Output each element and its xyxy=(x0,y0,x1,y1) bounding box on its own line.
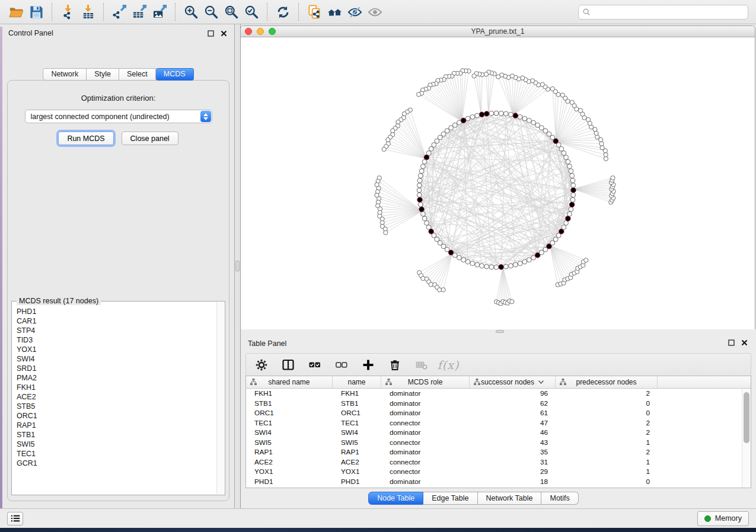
table-cell[interactable]: TEC1 xyxy=(333,418,381,428)
table-cell[interactable]: TEC1 xyxy=(246,418,333,428)
horizontal-splitter-handle[interactable] xyxy=(496,330,504,333)
mcds-result-item[interactable]: SRD1 xyxy=(17,364,215,373)
zoom-fit-icon[interactable] xyxy=(221,2,241,21)
graph-node[interactable] xyxy=(475,113,480,118)
zoom-selected-icon[interactable] xyxy=(241,2,261,21)
table-cell[interactable]: SWI4 xyxy=(333,428,381,438)
graph-node[interactable] xyxy=(562,225,566,230)
table-cell[interactable]: 2 xyxy=(556,447,658,457)
table-cell[interactable]: 43 xyxy=(470,438,556,448)
table-cell[interactable]: 0 xyxy=(556,399,658,409)
tab-edge-table[interactable]: Edge Table xyxy=(423,492,477,505)
graph-node[interactable] xyxy=(419,169,424,174)
refresh-icon[interactable] xyxy=(273,2,293,21)
graph-node[interactable] xyxy=(449,126,454,130)
graph-node[interactable] xyxy=(484,264,489,269)
table-cell[interactable]: connector xyxy=(381,418,470,428)
mcds-result-item[interactable]: GCR1 xyxy=(17,459,215,468)
open-session-icon[interactable] xyxy=(6,2,26,21)
hide-panel-icon[interactable] xyxy=(344,2,365,21)
float-panel-icon[interactable] xyxy=(206,28,215,38)
table-settings-gear-icon[interactable] xyxy=(254,358,269,372)
graph-node[interactable] xyxy=(457,255,462,260)
table-row[interactable]: YOX1YOX1connector291 xyxy=(246,467,751,477)
graph-node[interactable] xyxy=(543,129,548,133)
table-cell[interactable]: ACE2 xyxy=(246,457,333,467)
table-cell[interactable]: 0 xyxy=(556,477,658,487)
graph-node[interactable] xyxy=(553,237,558,242)
graph-node[interactable] xyxy=(535,123,540,127)
table-cell[interactable]: 0 xyxy=(556,408,658,418)
graph-node[interactable] xyxy=(417,183,422,188)
mcds-result-item[interactable]: SWI5 xyxy=(17,440,215,449)
table-row[interactable]: FKH1FKH1dominator962 xyxy=(246,389,751,399)
table-scrollbar-thumb[interactable] xyxy=(744,392,749,443)
tab-style[interactable]: Style xyxy=(87,68,119,81)
graph-node[interactable] xyxy=(418,203,423,207)
table-scrollbar[interactable] xyxy=(742,389,751,488)
table-cell[interactable]: dominator xyxy=(381,428,470,438)
mcds-node[interactable] xyxy=(484,111,489,117)
table-cell[interactable]: ACE2 xyxy=(333,457,381,467)
table-row[interactable]: TEC1TEC1connector472 xyxy=(246,418,751,428)
graph-node[interactable] xyxy=(570,178,575,183)
graph-node[interactable] xyxy=(465,116,470,121)
mcds-node[interactable] xyxy=(571,188,576,193)
table-cell[interactable]: dominator xyxy=(381,399,470,409)
graph-node[interactable] xyxy=(422,159,427,164)
mcds-result-item[interactable]: ORC1 xyxy=(17,411,215,421)
graph-node[interactable] xyxy=(429,146,433,151)
graph-node[interactable] xyxy=(452,253,457,258)
table-cell[interactable]: 29 xyxy=(470,467,556,477)
table-cell[interactable]: dominator xyxy=(381,408,470,418)
mcds-node[interactable] xyxy=(499,264,504,270)
graph-node[interactable] xyxy=(489,265,494,270)
tab-network[interactable]: Network xyxy=(43,68,87,81)
graph-node[interactable] xyxy=(513,262,518,267)
tab-motifs[interactable]: Motifs xyxy=(541,492,578,505)
import-table-icon[interactable] xyxy=(78,2,98,21)
tab-network-table[interactable]: Network Table xyxy=(478,492,542,505)
table-cell[interactable]: 96 xyxy=(470,389,556,399)
delete-column-icon[interactable] xyxy=(388,358,402,372)
table-row[interactable]: ACE2ACE2connector311 xyxy=(246,457,751,467)
graph-node[interactable] xyxy=(509,264,513,268)
table-row[interactable]: ORC1ORC1dominator610 xyxy=(246,408,751,418)
graph-node[interactable] xyxy=(494,265,499,270)
select-all-rows-icon[interactable] xyxy=(308,358,322,372)
mcds-node[interactable] xyxy=(479,112,484,117)
graph-node[interactable] xyxy=(475,262,480,267)
mcds-result-item[interactable]: CAR1 xyxy=(17,316,215,326)
criterion-dropdown[interactable]: largest connected component (undirected) xyxy=(25,110,212,123)
mcds-node[interactable] xyxy=(513,113,518,118)
result-scrollbar[interactable] xyxy=(216,302,224,494)
table-cell[interactable]: dominator xyxy=(381,389,470,399)
table-cell[interactable]: 35 xyxy=(470,447,556,457)
close-panel-icon[interactable] xyxy=(219,28,228,38)
graph-node[interactable] xyxy=(432,233,436,238)
graph-node[interactable] xyxy=(527,258,532,262)
table-cell[interactable]: PHD1 xyxy=(246,477,333,487)
graph-node[interactable] xyxy=(567,164,572,169)
add-column-icon[interactable] xyxy=(361,358,375,372)
graph-node[interactable] xyxy=(571,183,576,188)
graph-node[interactable] xyxy=(494,111,499,116)
mcds-node[interactable] xyxy=(424,155,429,160)
mcds-node[interactable] xyxy=(417,197,423,203)
close-panel-button[interactable]: Close panel xyxy=(122,132,178,145)
graph-node[interactable] xyxy=(489,111,494,116)
table-cell[interactable]: YOX1 xyxy=(333,467,381,477)
table-cell[interactable]: STB1 xyxy=(333,399,381,409)
tab-node-table[interactable]: Node Table xyxy=(368,492,423,505)
table-cell[interactable]: STB1 xyxy=(246,399,333,409)
graph-node[interactable] xyxy=(569,207,573,211)
table-cell[interactable]: 1 xyxy=(556,457,658,467)
graph-node[interactable] xyxy=(503,264,508,269)
graph-node[interactable] xyxy=(566,159,570,164)
table-cell[interactable]: SWI5 xyxy=(333,438,381,448)
graph-node[interactable] xyxy=(417,193,422,197)
column-header-mcds-role[interactable]: MCDS role xyxy=(381,376,470,388)
network-window-titlebar[interactable]: YPA_prune.txt_1 xyxy=(241,26,755,37)
graph-node[interactable] xyxy=(499,111,503,116)
graph-node[interactable] xyxy=(470,115,475,120)
